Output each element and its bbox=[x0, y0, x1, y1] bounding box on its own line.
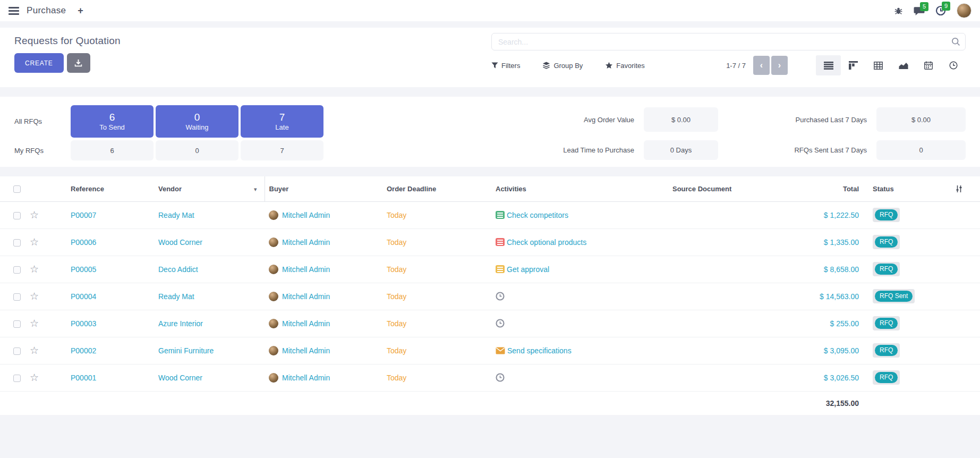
debug-bug-icon[interactable] bbox=[894, 6, 903, 15]
menu-icon[interactable] bbox=[8, 7, 19, 15]
favorite-star-icon[interactable]: ☆ bbox=[30, 291, 39, 302]
messages-icon[interactable]: 5 bbox=[914, 6, 925, 16]
favorite-star-icon[interactable]: ☆ bbox=[30, 345, 39, 356]
group-by-button[interactable]: Group By bbox=[542, 62, 583, 70]
select-all-checkbox[interactable] bbox=[13, 185, 21, 193]
table-row[interactable]: ☆ P00007 Ready Mat Mitchell Admin Today … bbox=[0, 201, 980, 228]
top-bar: Purchase + 5 9 bbox=[0, 0, 980, 21]
buyer-link[interactable]: Mitchell Admin bbox=[282, 319, 330, 328]
column-header-order-deadline[interactable]: Order Deadline bbox=[382, 176, 491, 201]
reference-link[interactable]: P00004 bbox=[71, 292, 96, 301]
vendor-link[interactable]: Azure Interior bbox=[158, 319, 203, 328]
view-activity-button[interactable] bbox=[941, 55, 966, 75]
calendar-view-icon bbox=[924, 61, 933, 70]
table-row[interactable]: ☆ P00001 Wood Corner Mitchell Admin Toda… bbox=[0, 364, 980, 391]
tile-waiting[interactable]: 0 Waiting bbox=[156, 105, 238, 138]
buyer-link[interactable]: Mitchell Admin bbox=[282, 265, 330, 274]
vendor-link[interactable]: Ready Mat bbox=[158, 211, 194, 219]
column-header-total[interactable]: Total bbox=[770, 176, 868, 201]
funnel-icon bbox=[491, 62, 498, 69]
pager-next-button[interactable]: › bbox=[771, 56, 788, 75]
activities-clock-icon[interactable]: 9 bbox=[935, 5, 946, 16]
reference-link[interactable]: P00001 bbox=[71, 374, 96, 382]
row-checkbox[interactable] bbox=[13, 375, 21, 382]
create-button[interactable]: CREATE bbox=[14, 53, 64, 73]
row-checkbox[interactable] bbox=[13, 347, 21, 355]
favorite-star-icon[interactable]: ☆ bbox=[30, 264, 39, 275]
activity-clock-icon[interactable] bbox=[496, 373, 505, 382]
column-header-buyer[interactable]: Buyer bbox=[265, 176, 382, 201]
table-footer-row: 32,155.00 bbox=[0, 391, 980, 415]
activity-list-icon[interactable] bbox=[496, 265, 505, 273]
table-row[interactable]: ☆ P00004 Ready Mat Mitchell Admin Today … bbox=[0, 283, 980, 310]
buyer-link[interactable]: Mitchell Admin bbox=[282, 211, 330, 219]
favorite-star-icon[interactable]: ☆ bbox=[30, 209, 39, 220]
search-input[interactable] bbox=[491, 33, 966, 50]
column-header-activities[interactable]: Activities bbox=[491, 176, 668, 201]
tile-my-to-send[interactable]: 6 bbox=[71, 140, 154, 160]
reference-link[interactable]: P00007 bbox=[71, 211, 96, 219]
table-row[interactable]: ☆ P00003 Azure Interior Mitchell Admin T… bbox=[0, 310, 980, 337]
activity-list-icon[interactable] bbox=[496, 211, 505, 219]
column-header-reference[interactable]: Reference bbox=[55, 176, 154, 201]
table-row[interactable]: ☆ P00006 Wood Corner Mitchell Admin Toda… bbox=[0, 228, 980, 256]
view-calendar-button[interactable] bbox=[916, 55, 941, 75]
buyer-link[interactable]: Mitchell Admin bbox=[282, 374, 330, 382]
tile-my-late[interactable]: 7 bbox=[241, 140, 323, 160]
buyer-link[interactable]: Mitchell Admin bbox=[282, 238, 330, 247]
user-avatar[interactable] bbox=[957, 3, 972, 18]
buyer-link[interactable]: Mitchell Admin bbox=[282, 346, 330, 355]
status-badge: RFQ bbox=[873, 316, 900, 330]
row-checkbox[interactable] bbox=[13, 266, 21, 274]
table-row[interactable]: ☆ P00005 Deco Addict Mitchell Admin Toda… bbox=[0, 256, 980, 283]
favorite-star-icon[interactable]: ☆ bbox=[30, 372, 39, 383]
favorite-star-icon[interactable]: ☆ bbox=[30, 236, 39, 248]
activity-link[interactable]: Get approval bbox=[507, 265, 549, 274]
buyer-avatar bbox=[269, 210, 278, 220]
optional-columns-icon[interactable] bbox=[955, 185, 976, 193]
favorites-button[interactable]: Favorites bbox=[605, 62, 644, 70]
row-checkbox[interactable] bbox=[13, 293, 21, 301]
reference-link[interactable]: P00002 bbox=[71, 346, 96, 355]
reference-link[interactable]: P00003 bbox=[71, 319, 96, 328]
buyer-link[interactable]: Mitchell Admin bbox=[282, 292, 330, 301]
view-graph-button[interactable] bbox=[891, 55, 916, 75]
row-checkbox[interactable] bbox=[13, 212, 21, 219]
view-kanban-button[interactable] bbox=[841, 55, 866, 75]
app-title[interactable]: Purchase bbox=[27, 5, 66, 16]
activity-envelope-icon[interactable] bbox=[496, 347, 505, 354]
row-checkbox[interactable] bbox=[13, 239, 21, 247]
source-document bbox=[668, 310, 770, 337]
activity-clock-icon[interactable] bbox=[496, 319, 505, 328]
filters-button[interactable]: Filters bbox=[491, 62, 520, 70]
tile-my-waiting[interactable]: 0 bbox=[156, 140, 238, 160]
column-header-source-document[interactable]: Source Document bbox=[668, 176, 770, 201]
tile-late[interactable]: 7 Late bbox=[241, 105, 323, 138]
activity-clock-icon[interactable] bbox=[496, 292, 505, 301]
table-row[interactable]: ☆ P00002 Gemini Furniture Mitchell Admin… bbox=[0, 337, 980, 364]
search-icon[interactable] bbox=[951, 37, 960, 46]
tile-to-send[interactable]: 6 To Send bbox=[71, 105, 154, 138]
activity-link[interactable]: Send specifications bbox=[507, 346, 572, 355]
column-header-status[interactable]: Status bbox=[868, 176, 951, 201]
vendor-link[interactable]: Ready Mat bbox=[158, 292, 194, 301]
avg-order-value-label: Avg Order Value bbox=[523, 116, 634, 124]
activity-link[interactable]: Check optional products bbox=[507, 238, 586, 247]
download-icon bbox=[74, 59, 82, 67]
pager-previous-button[interactable]: ‹ bbox=[753, 56, 770, 75]
view-pivot-button[interactable] bbox=[866, 55, 891, 75]
vendor-link[interactable]: Wood Corner bbox=[158, 238, 202, 247]
row-checkbox[interactable] bbox=[13, 320, 21, 328]
reference-link[interactable]: P00005 bbox=[71, 265, 96, 274]
activity-list-icon[interactable] bbox=[496, 238, 505, 246]
new-tab-button[interactable]: + bbox=[78, 5, 83, 16]
vendor-link[interactable]: Deco Addict bbox=[158, 265, 198, 274]
export-button[interactable] bbox=[67, 53, 90, 73]
vendor-link[interactable]: Gemini Furniture bbox=[158, 346, 214, 355]
favorite-star-icon[interactable]: ☆ bbox=[30, 318, 39, 329]
column-header-vendor[interactable]: Vendor▾ bbox=[154, 176, 265, 201]
reference-link[interactable]: P00006 bbox=[71, 238, 96, 247]
view-list-button[interactable] bbox=[816, 55, 841, 75]
activity-link[interactable]: Check competitors bbox=[507, 211, 568, 219]
vendor-link[interactable]: Wood Corner bbox=[158, 374, 202, 382]
